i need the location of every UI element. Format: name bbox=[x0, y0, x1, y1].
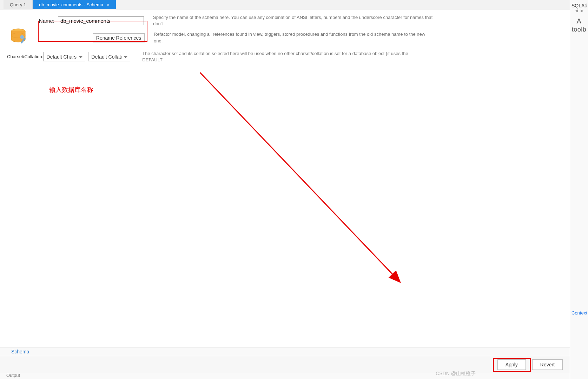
rename-description: Refactor model, changing all references … bbox=[154, 31, 435, 44]
side-panel: SQLAdd ◀ ▶ A toolb Context bbox=[570, 0, 588, 379]
collation-select[interactable]: Default Collation bbox=[88, 52, 130, 61]
context-help-link[interactable]: Context bbox=[572, 310, 587, 316]
close-icon[interactable]: × bbox=[107, 2, 110, 7]
annotation-text: 输入数据库名称 bbox=[49, 86, 93, 94]
name-label: Name: bbox=[39, 18, 58, 24]
revert-button[interactable]: Revert bbox=[532, 359, 563, 370]
charset-select[interactable]: Default Charset bbox=[43, 52, 85, 61]
name-description: Specify the name of the schema here. You… bbox=[153, 14, 434, 27]
output-label: Output bbox=[0, 373, 570, 379]
nav-next-icon[interactable]: ▶ bbox=[581, 8, 583, 13]
rename-references-button[interactable]: Rename References bbox=[93, 33, 145, 42]
action-bar: Apply Revert bbox=[0, 356, 570, 373]
svg-line-4 bbox=[200, 73, 399, 282]
side-title: SQLAdd bbox=[572, 3, 587, 8]
tab-schema[interactable]: db_movie_comments - Schema × bbox=[33, 0, 116, 9]
schema-name-input[interactable] bbox=[58, 16, 144, 25]
tab-label: Query 1 bbox=[10, 2, 26, 7]
database-icon bbox=[10, 28, 30, 47]
watermark: CSDN @山楂橙子 bbox=[436, 371, 476, 377]
editor-tabs: Query 1 db_movie_comments - Schema × bbox=[0, 0, 570, 9]
side-heading-1: A bbox=[572, 17, 587, 25]
nav-prev-icon[interactable]: ◀ bbox=[575, 8, 578, 13]
tab-label: db_movie_comments - Schema bbox=[39, 2, 103, 7]
apply-button[interactable]: Apply bbox=[497, 359, 526, 370]
side-heading-2: toolb bbox=[572, 26, 587, 33]
tab-query1[interactable]: Query 1 bbox=[4, 0, 33, 9]
bottom-tabs: Schema bbox=[0, 347, 570, 356]
tab-schema-bottom[interactable]: Schema bbox=[6, 348, 34, 356]
charset-label: Charset/Collation: bbox=[7, 54, 43, 59]
charset-description: The character set and its collation sele… bbox=[142, 50, 423, 63]
